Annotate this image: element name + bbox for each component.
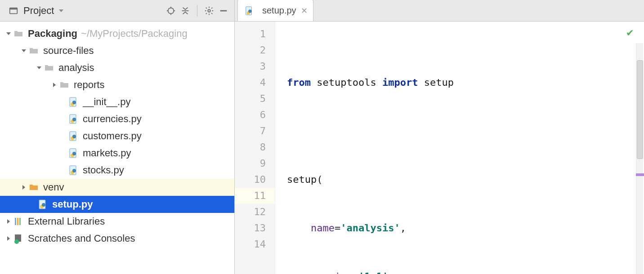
code-line: setup(	[287, 172, 644, 188]
gutter-line: 7	[235, 123, 266, 139]
tree-label: source-files	[43, 45, 94, 57]
code-area[interactable]: ✔ from setuptools import setup setup( na…	[275, 22, 644, 274]
svg-point-24	[72, 169, 76, 172]
code-line	[287, 123, 644, 139]
project-icon	[7, 4, 20, 17]
gutter-line: 3	[235, 58, 266, 75]
editor-gutter: 1 2 3 4 5 6 7 8 9 10 11 12 13 14	[235, 22, 275, 274]
chevron-down-icon[interactable]	[20, 48, 28, 54]
svg-rect-28	[15, 218, 16, 225]
scratches-icon	[13, 233, 24, 244]
tree-label: reports	[74, 79, 104, 91]
python-file-icon	[67, 113, 79, 125]
python-file-icon	[244, 6, 254, 16]
python-file-icon	[67, 147, 79, 159]
project-header: Project	[0, 0, 234, 22]
close-icon[interactable]: ✕	[301, 6, 308, 16]
editor-body[interactable]: 1 2 3 4 5 6 7 8 9 10 11 12 13 14 ✔ from …	[235, 22, 644, 274]
tab-filename: setup.py	[262, 5, 296, 16]
python-file-icon	[67, 96, 79, 108]
tree-row-venv[interactable]: venv	[0, 179, 234, 196]
python-file-icon	[37, 199, 49, 210]
folder-icon	[28, 181, 40, 193]
chevron-right-icon[interactable]	[4, 235, 13, 242]
tree-row-analysis[interactable]: analysis	[0, 59, 234, 76]
project-tree[interactable]: Packaging ~/MyProjects/Packaging source-…	[0, 22, 234, 274]
project-panel: Project Packaging ~/MyProjects/Packaging	[0, 0, 235, 274]
chevron-down-icon[interactable]	[35, 65, 43, 71]
tree-label: External Libraries	[28, 216, 105, 227]
tree-label: markets.py	[83, 147, 131, 159]
gutter-line: 14	[235, 236, 266, 252]
tree-row-reports[interactable]: reports	[0, 76, 234, 93]
editor-tabbar: setup.py ✕	[235, 0, 644, 22]
tree-label: __init__.py	[83, 96, 130, 108]
chevron-down-icon[interactable]	[58, 7, 65, 14]
tree-label: venv	[43, 181, 64, 193]
gutter-line: 13	[235, 220, 266, 236]
tree-label: customers.py	[83, 130, 142, 142]
python-file-icon	[67, 130, 79, 142]
gear-icon[interactable]	[203, 4, 215, 17]
code-line: name='analysis',	[287, 220, 644, 236]
tree-row-source-files[interactable]: source-files	[0, 42, 234, 59]
chevron-right-icon[interactable]	[4, 218, 13, 225]
tree-row-file[interactable]: stocks.py	[0, 162, 234, 179]
svg-point-12	[72, 101, 76, 104]
tree-row-file[interactable]: markets.py	[0, 145, 234, 162]
tree-path-hint: ~/MyProjects/Packaging	[81, 28, 188, 40]
minimize-icon[interactable]	[217, 4, 230, 17]
gutter-line: 11	[235, 188, 275, 204]
header-separator	[197, 5, 197, 17]
tree-row-external-libraries[interactable]: External Libraries	[0, 213, 234, 230]
check-icon: ✔	[627, 24, 633, 40]
tree-label: stocks.py	[83, 164, 124, 176]
editor-tab[interactable]: setup.py ✕	[237, 0, 313, 21]
gutter-line: 8	[235, 139, 266, 155]
tree-label: Packaging	[28, 28, 77, 40]
svg-rect-29	[17, 218, 18, 225]
tree-label: Scratches and Consoles	[28, 233, 135, 244]
chevron-down-icon[interactable]	[4, 31, 13, 37]
svg-point-21	[72, 152, 76, 155]
svg-point-35	[248, 9, 251, 13]
code-line: from setuptools import setup	[287, 75, 644, 91]
scrollbar-thumb[interactable]	[637, 60, 643, 159]
folder-icon	[13, 28, 24, 40]
tree-row-setup[interactable]: setup.py	[0, 196, 234, 213]
svg-rect-30	[19, 218, 21, 225]
gutter-line: 6	[235, 107, 266, 123]
folder-icon	[28, 45, 40, 57]
svg-point-18	[72, 135, 76, 138]
tree-label: analysis	[58, 62, 94, 74]
svg-rect-1	[10, 8, 18, 9]
gutter-line: 4	[235, 75, 266, 91]
tree-row-scratches[interactable]: Scratches and Consoles	[0, 230, 234, 247]
collapse-icon[interactable]	[179, 4, 192, 17]
tree-label: setup.py	[52, 199, 93, 210]
scrollbar-mark	[636, 173, 644, 176]
libraries-icon	[13, 216, 24, 227]
gutter-line: 12	[235, 204, 266, 220]
tree-row-file[interactable]: __init__.py	[0, 93, 234, 110]
chevron-right-icon[interactable]	[50, 82, 58, 88]
target-icon[interactable]	[165, 4, 177, 17]
tree-label: currencies.py	[83, 113, 142, 125]
editor-panel: setup.py ✕ 1 2 3 4 5 6 7 8 9 10 11 12 13…	[235, 0, 644, 274]
code-line: version='1.1',	[287, 269, 644, 274]
svg-point-2	[168, 8, 174, 13]
gutter-line: 2	[235, 42, 266, 58]
folder-icon	[58, 79, 70, 91]
tree-row-file[interactable]: currencies.py	[0, 110, 234, 128]
project-title[interactable]: Project	[22, 5, 56, 17]
tree-row-file[interactable]: customers.py	[0, 128, 234, 145]
svg-point-8	[208, 9, 210, 12]
python-file-icon	[67, 164, 79, 176]
gutter-line: 1	[235, 26, 266, 42]
chevron-right-icon[interactable]	[20, 184, 28, 190]
tree-row-root[interactable]: Packaging ~/MyProjects/Packaging	[0, 25, 234, 42]
svg-point-32	[14, 239, 19, 244]
gutter-line: 9	[235, 155, 266, 172]
gutter-line: 5	[235, 91, 266, 107]
folder-icon	[43, 62, 55, 74]
